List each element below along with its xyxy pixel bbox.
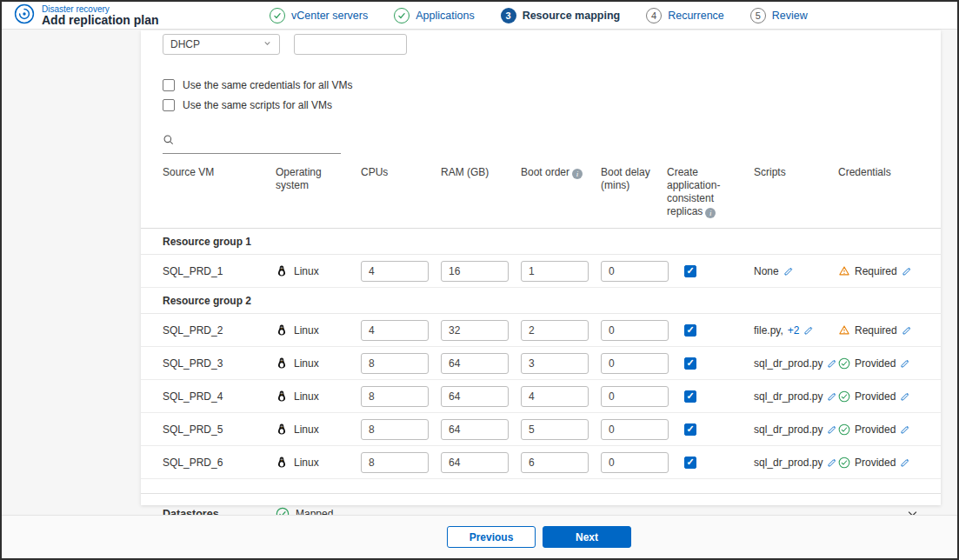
boot-delay-input[interactable]: [601, 452, 669, 473]
step-review[interactable]: 5 Review: [750, 8, 808, 23]
boot-order-info-icon[interactable]: [572, 169, 583, 179]
edit-credentials-icon[interactable]: [902, 266, 912, 277]
ip-allocation-value: DHCP: [170, 38, 200, 50]
boot-order-input[interactable]: [521, 261, 589, 282]
next-button[interactable]: Next: [543, 526, 631, 548]
table-header: Source VM Operating system CPUs RAM (GB)…: [141, 166, 941, 229]
table-row: SQL_PRD_2 Linux file.py, +2 Required: [141, 314, 941, 347]
edit-scripts-icon[interactable]: [827, 424, 837, 435]
linux-penguin-icon: [276, 323, 288, 337]
ram-input[interactable]: [441, 452, 509, 473]
table-row: SQL_PRD_6 Linux sql_dr_prod.py Provided: [141, 446, 941, 479]
credentials-label: Provided: [855, 357, 896, 370]
app-consistent-info-icon[interactable]: [705, 208, 716, 218]
credentials-cell: Provided: [838, 357, 919, 370]
step-vcenter-servers[interactable]: vCenter servers: [270, 8, 368, 23]
group-name: Resource group 1: [163, 236, 251, 248]
source-vm-label: SQL_PRD_2: [163, 324, 276, 337]
credentials-label: Required: [855, 265, 897, 277]
checkbox-group: Use the same credentials for all VMs Use…: [163, 79, 941, 111]
boot-order-input[interactable]: [521, 353, 589, 374]
column-operating-system: Operating system: [276, 166, 361, 192]
app-consistent-checkbox[interactable]: [684, 324, 696, 337]
search-icon: [163, 134, 175, 150]
edit-scripts-icon[interactable]: [827, 457, 837, 468]
cpus-input[interactable]: [361, 386, 429, 407]
source-vm-label: SQL_PRD_1: [163, 265, 276, 277]
edit-scripts-icon[interactable]: [827, 391, 837, 402]
column-source-vm: Source VM: [163, 166, 276, 179]
ip-allocation-select[interactable]: DHCP: [163, 34, 280, 55]
edit-scripts-icon[interactable]: [783, 266, 794, 277]
table-row: SQL_PRD_1 Linux None Required: [141, 255, 941, 288]
boot-order-input[interactable]: [521, 320, 589, 341]
os-label: Linux: [294, 457, 319, 469]
scripts-label: sql_dr_prod.py: [754, 357, 822, 370]
cpus-input[interactable]: [361, 452, 429, 473]
column-scripts: Scripts: [754, 166, 838, 179]
same-credentials-label: Use the same credentials for all VMs: [183, 79, 352, 91]
boot-delay-input[interactable]: [601, 320, 669, 341]
boot-order-input[interactable]: [521, 452, 589, 473]
search-input[interactable]: [182, 136, 341, 148]
same-scripts-checkbox[interactable]: [163, 99, 175, 111]
edit-credentials-icon[interactable]: [902, 325, 912, 336]
ram-input[interactable]: [441, 386, 509, 407]
app-consistent-checkbox[interactable]: [684, 457, 696, 469]
cpus-input[interactable]: [361, 320, 429, 341]
column-boot-order: Boot order: [521, 166, 601, 179]
credentials-cell: Provided: [838, 423, 919, 436]
step-resource-mapping[interactable]: 3 Resource mapping: [501, 8, 621, 23]
ip-address-input[interactable]: [294, 34, 407, 55]
boot-order-input[interactable]: [521, 386, 589, 407]
source-vm-label: SQL_PRD_3: [163, 357, 276, 370]
content-card: DHCP Use the same credentials for all VM…: [141, 30, 941, 505]
edit-credentials-icon[interactable]: [900, 457, 910, 468]
cpus-input[interactable]: [361, 353, 429, 374]
wizard-stepper: vCenter servers Applications 3 Resource …: [270, 2, 808, 29]
column-cpus: CPUs: [361, 166, 441, 179]
step-recurrence[interactable]: 4 Recurrence: [646, 8, 724, 23]
credentials-provided-check-icon: [838, 457, 850, 469]
same-credentials-checkbox[interactable]: [163, 79, 175, 91]
ram-input[interactable]: [441, 419, 509, 440]
edit-scripts-icon[interactable]: [827, 358, 837, 369]
chevron-down-icon: [263, 38, 272, 50]
boot-delay-input[interactable]: [601, 353, 669, 374]
cpus-input[interactable]: [361, 261, 429, 282]
edit-credentials-icon[interactable]: [900, 391, 910, 402]
os-label: Linux: [294, 265, 319, 277]
boot-order-input[interactable]: [521, 419, 589, 440]
boot-delay-input[interactable]: [601, 419, 669, 440]
scripts-more-link[interactable]: +2: [788, 324, 800, 337]
os-label: Linux: [294, 324, 319, 337]
resource-group-row: Resource group 2: [141, 288, 941, 314]
credentials-cell: Required: [838, 324, 919, 337]
edit-scripts-icon[interactable]: [803, 325, 814, 336]
app-header: Disaster recovery Add replication plan v…: [2, 2, 957, 30]
scripts-cell: sql_dr_prod.py: [754, 423, 838, 436]
app-consistent-checkbox[interactable]: [684, 423, 696, 436]
ram-input[interactable]: [441, 261, 509, 282]
cpus-input[interactable]: [361, 419, 429, 440]
os-cell: Linux: [276, 357, 361, 370]
app-consistent-checkbox[interactable]: [684, 357, 696, 370]
scripts-cell: sql_dr_prod.py: [754, 390, 838, 403]
boot-delay-input[interactable]: [601, 261, 669, 282]
step-applications[interactable]: Applications: [394, 8, 474, 23]
scripts-cell: sql_dr_prod.py: [754, 357, 838, 370]
scripts-cell: file.py, +2: [754, 324, 838, 337]
boot-delay-input[interactable]: [601, 386, 669, 407]
credentials-cell: Required: [838, 265, 919, 277]
edit-credentials-icon[interactable]: [900, 424, 910, 435]
ram-input[interactable]: [441, 353, 509, 374]
step-complete-icon: [394, 8, 410, 23]
table-body: Resource group 1 SQL_PRD_1 Linux None Re…: [141, 229, 941, 479]
credentials-provided-check-icon: [838, 390, 850, 403]
edit-credentials-icon[interactable]: [900, 358, 910, 369]
step-number: 5: [750, 8, 766, 23]
previous-button[interactable]: Previous: [447, 526, 536, 548]
app-consistent-checkbox[interactable]: [684, 390, 696, 403]
ram-input[interactable]: [441, 320, 509, 341]
app-consistent-checkbox[interactable]: [684, 265, 696, 277]
